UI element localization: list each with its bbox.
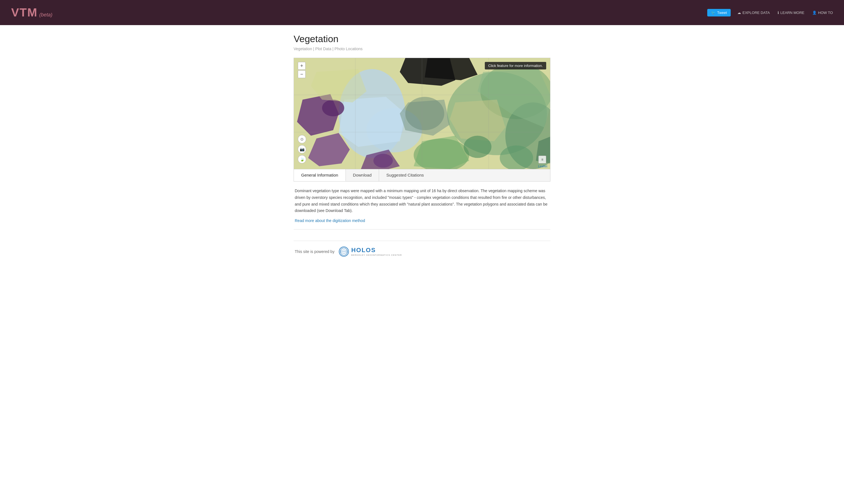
breadcrumb-text: Vegetation | Plot Data | Photo Locations <box>294 47 363 51</box>
breadcrumb: Vegetation | Plot Data | Photo Locations <box>294 47 550 51</box>
page-title: Vegetation <box>294 34 550 44</box>
tweet-label: Tweet <box>717 11 727 15</box>
holos-logo: HOLOS BERKELEY GEOINFORMATICS CENTER <box>339 247 402 257</box>
menu-icon: ≡ <box>541 158 543 162</box>
main-content: Vegetation Vegetation | Plot Data | Phot… <box>288 25 556 279</box>
user-icon: 👤 <box>812 11 817 15</box>
camera-button[interactable]: 📷 <box>298 145 306 154</box>
map-menu-button[interactable]: ≡ <box>539 156 546 163</box>
tab-suggested-citations[interactable]: Suggested Citations <box>379 169 431 181</box>
header-right: 🐦 Tweet ☁ EXPLORE DATA ℹ LEARN MORE 👤 HO… <box>707 9 833 16</box>
tab-citations-label: Suggested Citations <box>386 173 424 177</box>
holos-circle-svg <box>340 247 348 256</box>
holos-name: HOLOS <box>351 247 402 254</box>
holos-icon <box>339 247 349 257</box>
logo-beta: (beta) <box>39 12 52 18</box>
map-svg <box>294 58 550 169</box>
locate-icon: ⊙ <box>300 137 304 141</box>
tab-download[interactable]: Download <box>346 169 379 181</box>
logo: VTM (beta) <box>11 6 52 19</box>
holos-text-group: HOLOS BERKELEY GEOINFORMATICS CENTER <box>351 247 402 256</box>
footer-powered-by: This site is powered by <box>295 249 334 254</box>
map-tooltip-text: Click feature for more information. <box>488 64 543 68</box>
zoom-in-button[interactable]: + <box>298 62 305 70</box>
logo-vtm: VTM <box>11 6 38 19</box>
svg-point-15 <box>373 154 393 168</box>
locate-button[interactable]: ⊙ <box>298 135 306 143</box>
footer: This site is powered by HOLOS BERKELEY G… <box>294 241 550 262</box>
tab-general-information[interactable]: General Information <box>294 169 346 181</box>
svg-point-19 <box>405 97 444 130</box>
leaf-button[interactable]: 🍃 <box>298 155 306 163</box>
camera-icon: 📷 <box>300 147 304 151</box>
header: VTM (beta) 🐦 Tweet ☁ EXPLORE DATA ℹ LEAR… <box>0 0 844 25</box>
nav-how-to[interactable]: 👤 HOW TO <box>812 11 833 15</box>
leaflet-credit: Leaflet <box>538 165 547 168</box>
svg-point-27 <box>463 136 492 158</box>
tab-download-label: Download <box>353 173 372 177</box>
map-container[interactable]: Click feature for more information. + − … <box>294 58 550 169</box>
svg-point-14 <box>322 100 345 116</box>
svg-marker-17 <box>425 58 477 80</box>
zoom-out-button[interactable]: − <box>298 70 305 78</box>
tab-content-general: Dominant vegetation type maps were mappe… <box>294 182 550 230</box>
tweet-button[interactable]: 🐦 Tweet <box>707 9 731 16</box>
nav-learn-more[interactable]: ℹ LEARN MORE <box>777 11 804 15</box>
nav-explore-label: EXPLORE DATA <box>742 11 770 15</box>
info-icon: ℹ <box>777 11 779 15</box>
cloud-icon: ☁ <box>737 11 741 15</box>
nav-learn-label: LEARN MORE <box>780 11 804 15</box>
map-tooltip: Click feature for more information. <box>485 62 546 69</box>
general-info-text: Dominant vegetation type maps were mappe… <box>295 188 549 214</box>
tab-general-label: General Information <box>301 173 338 177</box>
main-nav: ☁ EXPLORE DATA ℹ LEARN MORE 👤 HOW TO <box>737 11 833 15</box>
map-side-controls: ⊙ 📷 🍃 <box>298 135 306 163</box>
tabs-container: General Information Download Suggested C… <box>294 169 550 182</box>
leaf-icon: 🍃 <box>300 157 304 162</box>
map-zoom-controls: + − <box>298 62 305 78</box>
nav-how-label: HOW TO <box>818 11 833 15</box>
holos-subtitle: BERKELEY GEOINFORMATICS CENTER <box>351 254 402 256</box>
leaflet-link[interactable]: Leaflet <box>538 165 547 168</box>
nav-explore-data[interactable]: ☁ EXPLORE DATA <box>737 11 770 15</box>
digitization-method-link[interactable]: Read more about the digitization method <box>295 218 365 224</box>
twitter-icon: 🐦 <box>711 11 716 15</box>
